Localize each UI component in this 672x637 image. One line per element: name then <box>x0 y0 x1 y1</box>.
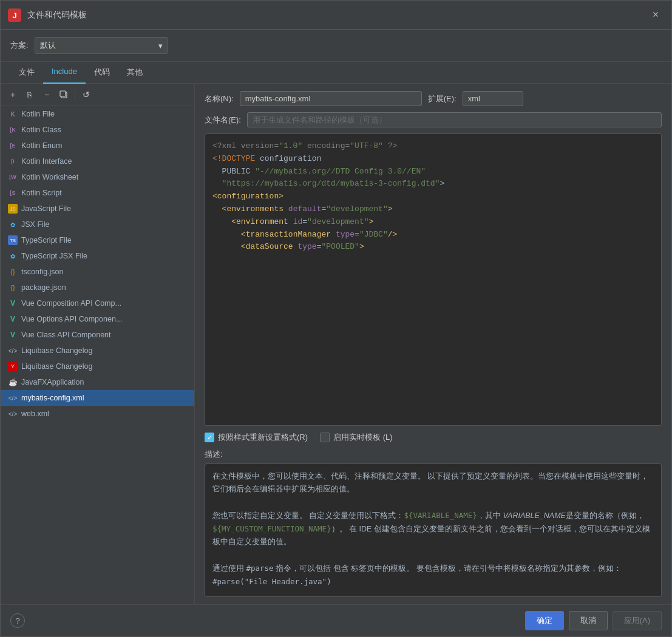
file-list: K Kotlin File [K Kotlin Class [E Kotlin … <box>1 106 194 604</box>
content-area: + ⎘ − ↺ K Kotlin File <box>1 84 671 604</box>
vue-icon: V <box>8 330 18 340</box>
add-button[interactable]: + <box>5 87 20 102</box>
toolbar-divider <box>75 90 75 99</box>
list-item[interactable]: Y Liquibase Changelog <box>1 359 194 374</box>
cancel-button[interactable]: 取消 <box>569 611 608 630</box>
list-item[interactable]: TS TypeScript File <box>1 232 194 248</box>
file-name: Kotlin Enum <box>21 141 62 150</box>
list-item[interactable]: [K Kotlin Class <box>1 122 194 138</box>
list-item[interactable]: ✿ JSX File <box>1 217 194 232</box>
list-item[interactable]: V Vue Composition API Comp... <box>1 295 194 311</box>
bottom-buttons: 确定 取消 应用(A) <box>525 611 662 630</box>
ext-input[interactable] <box>463 91 523 106</box>
xml-icon: </> <box>8 409 18 419</box>
file-name: Kotlin Class <box>21 126 61 134</box>
desc-box: 在文件模板中，您可以使用文本、代码、注释和预定义变量。 以下提供了预定义变量的列… <box>205 463 662 597</box>
file-icon: [I <box>8 157 18 166</box>
reformat-checkbox-item[interactable]: 按照样式重新设置格式(R) <box>205 432 308 443</box>
file-name: Kotlin Interface <box>21 157 72 166</box>
vue-icon: V <box>8 314 18 324</box>
tsx-icon: ✿ <box>8 251 18 261</box>
list-item[interactable]: ✿ TypeScript JSX File <box>1 248 194 264</box>
reset-button[interactable]: ↺ <box>79 87 93 102</box>
file-name: Liquibase Changelog <box>21 362 92 371</box>
file-name: web.xml <box>21 410 49 418</box>
list-item[interactable]: </> web.xml <box>1 406 194 422</box>
filename-input[interactable] <box>247 112 662 127</box>
options-row: 按照样式重新设置格式(R) 启用实时模板 (L) <box>205 432 662 443</box>
duplicate-button[interactable] <box>56 87 71 102</box>
scheme-row: 方案: 默认 ▾ <box>1 30 671 62</box>
list-item[interactable]: JS JavaScript File <box>1 201 194 217</box>
tab-files[interactable]: 文件 <box>10 62 43 84</box>
scheme-arrow: ▾ <box>158 41 163 50</box>
scheme-select[interactable]: 默认 ▾ <box>35 37 168 54</box>
list-item[interactable]: [I Kotlin Interface <box>1 153 194 169</box>
file-name: package.json <box>21 283 66 292</box>
file-icon: K <box>8 109 18 119</box>
svg-rect-3 <box>60 91 66 96</box>
right-panel: 名称(N): 扩展(E): 文件名(E): <?xml version="1.0… <box>195 84 671 604</box>
ok-button[interactable]: 确定 <box>525 611 564 630</box>
list-item[interactable]: [E Kotlin Enum <box>1 138 194 153</box>
js-icon: JS <box>8 204 18 214</box>
realtime-checkbox-item[interactable]: 启用实时模板 (L) <box>320 432 393 443</box>
file-name: Vue Options API Componen... <box>21 315 122 323</box>
app-icon: J <box>8 8 21 22</box>
help-button[interactable]: ? <box>10 613 25 628</box>
yaml-icon: Y <box>8 362 18 371</box>
copy-button[interactable]: ⎘ <box>22 87 37 102</box>
title-bar: J 文件和代码模板 × <box>1 1 671 30</box>
desc-label: 描述: <box>205 449 662 460</box>
file-name: JavaFXApplication <box>21 378 84 386</box>
tabs: 文件 Include 代码 其他 <box>1 62 671 84</box>
reformat-checkbox[interactable] <box>205 433 214 442</box>
bottom-bar: ? 确定 取消 应用(A) <box>1 604 671 636</box>
list-item-mybatis[interactable]: </> mybatis-config.xml <box>1 390 194 406</box>
list-item[interactable]: [W Kotlin Worksheet <box>1 169 194 185</box>
realtime-checkbox[interactable] <box>320 433 330 442</box>
apply-button[interactable]: 应用(A) <box>613 611 662 630</box>
reformat-label: 按照样式重新设置格式(R) <box>218 432 308 443</box>
close-button[interactable]: × <box>647 7 664 24</box>
json-icon: {} <box>8 267 18 277</box>
tab-other[interactable]: 其他 <box>118 62 151 84</box>
ts-icon: TS <box>8 235 18 245</box>
filename-label: 文件名(E): <box>205 115 241 126</box>
tab-code[interactable]: 代码 <box>86 62 118 84</box>
tab-include[interactable]: Include <box>43 62 86 84</box>
list-item[interactable]: K Kotlin File <box>1 106 194 122</box>
file-name: tsconfig.json <box>21 268 63 276</box>
file-icon: [S <box>8 188 18 198</box>
name-input[interactable] <box>240 91 422 106</box>
code-content: <?xml version="1.0" encoding="UTF-8" ?> … <box>205 134 661 425</box>
filename-row: 文件名(E): <box>205 112 662 127</box>
toolbar: + ⎘ − ↺ <box>1 84 194 106</box>
xml-icon: </> <box>8 346 18 356</box>
file-name: Liquibase Changelog <box>21 346 92 355</box>
scheme-label: 方案: <box>10 40 29 51</box>
list-item[interactable]: {} tsconfig.json <box>1 264 194 280</box>
xml-icon: </> <box>8 393 18 403</box>
file-name: JSX File <box>21 220 50 229</box>
file-name: JavaScript File <box>21 204 71 213</box>
remove-button[interactable]: − <box>39 87 54 102</box>
file-name: Vue Composition API Comp... <box>21 299 121 308</box>
file-name: Vue Class API Component <box>21 331 111 339</box>
name-label: 名称(N): <box>205 93 234 104</box>
dialog: J 文件和代码模板 × 方案: 默认 ▾ 文件 Include 代码 其他 + … <box>0 0 672 637</box>
list-item[interactable]: [S Kotlin Script <box>1 185 194 201</box>
list-item[interactable]: {} package.json <box>1 280 194 295</box>
file-name: Kotlin File <box>21 110 55 118</box>
list-item[interactable]: V Vue Class API Component <box>1 327 194 343</box>
java-icon: ☕ <box>8 377 18 387</box>
list-item[interactable]: </> Liquibase Changelog <box>1 343 194 359</box>
desc-para-1: 在文件模板中，您可以使用文本、代码、注释和预定义变量。 以下提供了预定义变量的列… <box>212 470 654 496</box>
list-item[interactable]: V Vue Options API Componen... <box>1 311 194 327</box>
list-item[interactable]: ☕ JavaFXApplication <box>1 374 194 390</box>
name-row: 名称(N): 扩展(E): <box>205 91 662 106</box>
realtime-label: 启用实时模板 (L) <box>333 432 393 443</box>
code-editor[interactable]: <?xml version="1.0" encoding="UTF-8" ?> … <box>205 133 662 426</box>
ext-label: 扩展(E): <box>428 93 456 104</box>
desc-para-2: 您也可以指定自定义变量。 自定义变量使用以下格式：${VARIABLE_NAME… <box>212 509 654 549</box>
